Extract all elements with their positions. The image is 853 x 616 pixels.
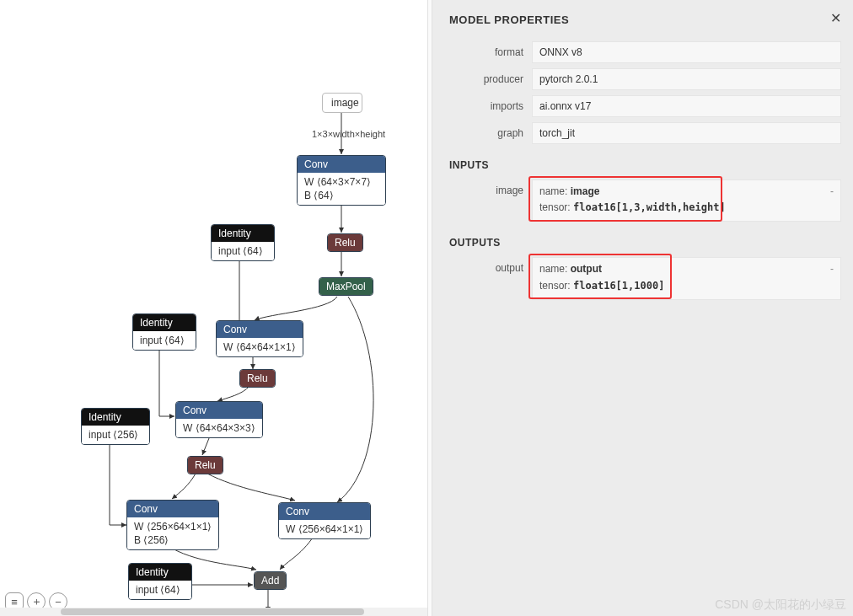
node-attr-input: input ⟨64⟩ [212, 242, 274, 260]
node-attr-W: W ⟨256×64×1×1⟩ [134, 520, 212, 533]
node-header: Conv [176, 402, 262, 419]
properties-title: MODEL PROPERTIES [449, 13, 841, 26]
node-relu3[interactable]: Relu [187, 456, 223, 474]
node-conv2[interactable]: Conv W ⟨64×64×1×1⟩ [216, 320, 303, 357]
collapse-icon[interactable]: - [830, 184, 834, 200]
node-attr-W: W ⟨64×3×7×7⟩ [304, 175, 378, 189]
node-header: Relu [240, 370, 275, 387]
node-identity1[interactable]: Identity input ⟨64⟩ [211, 224, 275, 261]
node-identity4[interactable]: Identity input ⟨64⟩ [128, 563, 192, 600]
collapse-icon[interactable]: - [830, 261, 834, 277]
node-attr-input: input ⟨64⟩ [129, 581, 191, 599]
node-header: Conv [298, 156, 385, 173]
node-relu1[interactable]: Relu [327, 233, 363, 252]
node-input-image[interactable]: image [322, 93, 362, 113]
label-graph: graph [444, 127, 532, 139]
node-attr-B: B ⟨64⟩ [304, 189, 378, 202]
node-label: image [331, 97, 359, 109]
horizontal-scrollbar[interactable] [0, 608, 427, 616]
output-details[interactable]: - name: output tensor: float16[1,1000] [532, 257, 841, 299]
node-header: Conv [217, 321, 303, 338]
input-image-details[interactable]: - name: image tensor: float16[1,3,width,… [532, 179, 841, 222]
node-header: Identity [133, 314, 196, 331]
node-header: Conv [279, 503, 370, 520]
node-attr-W: W ⟨64×64×1×1⟩ [217, 338, 303, 356]
node-header: Add [255, 572, 286, 589]
node-header: Relu [188, 457, 223, 474]
node-attr-W: W ⟨64×64×3×3⟩ [176, 419, 262, 437]
node-attr-W: W ⟨256×64×1×1⟩ [279, 520, 370, 538]
node-header: Relu [328, 234, 362, 251]
outputs-header: OUTPUTS [449, 237, 841, 249]
graph-canvas[interactable]: image 1×3×width×height Conv W ⟨64×3×7×7⟩… [0, 0, 427, 616]
node-header: MaxPool [319, 278, 373, 295]
node-identity2[interactable]: Identity input ⟨64⟩ [132, 313, 196, 351]
close-icon[interactable]: ✕ [830, 10, 841, 26]
node-add[interactable]: Add [254, 571, 287, 590]
node-header: Identity [82, 409, 149, 426]
node-maxpool[interactable]: MaxPool [319, 277, 373, 296]
node-header: Identity [129, 564, 191, 581]
inputs-header: INPUTS [449, 159, 841, 171]
properties-pane: MODEL PROPERTIES ✕ format ONNX v8 produc… [432, 0, 853, 616]
value-producer[interactable]: pytorch 2.0.1 [532, 68, 841, 90]
label-producer: producer [444, 73, 532, 85]
node-header: Conv [127, 501, 218, 517]
node-relu2[interactable]: Relu [239, 369, 276, 388]
node-attr-B: B ⟨256⟩ [134, 533, 212, 547]
node-attr-input: input ⟨64⟩ [133, 331, 196, 350]
label-output: output [444, 257, 532, 274]
node-identity3[interactable]: Identity input ⟨256⟩ [81, 408, 150, 445]
node-header: Identity [212, 225, 274, 242]
node-conv4[interactable]: Conv W ⟨256×64×1×1⟩ B ⟨256⟩ [126, 500, 219, 550]
label-format: format [444, 46, 532, 58]
value-imports[interactable]: ai.onnx v17 [532, 95, 841, 117]
label-imports: imports [444, 100, 532, 112]
node-conv1[interactable]: Conv W ⟨64×3×7×7⟩ B ⟨64⟩ [297, 155, 386, 206]
label-input-image: image [444, 179, 532, 196]
node-attr-input: input ⟨256⟩ [82, 426, 149, 444]
edge-label-input-shape: 1×3×width×height [312, 129, 385, 139]
value-format[interactable]: ONNX v8 [532, 41, 841, 63]
node-conv5[interactable]: Conv W ⟨256×64×1×1⟩ [278, 502, 371, 539]
scrollbar-thumb[interactable] [61, 608, 364, 615]
value-graph[interactable]: torch_jit [532, 122, 841, 144]
node-conv3[interactable]: Conv W ⟨64×64×3×3⟩ [175, 401, 263, 438]
